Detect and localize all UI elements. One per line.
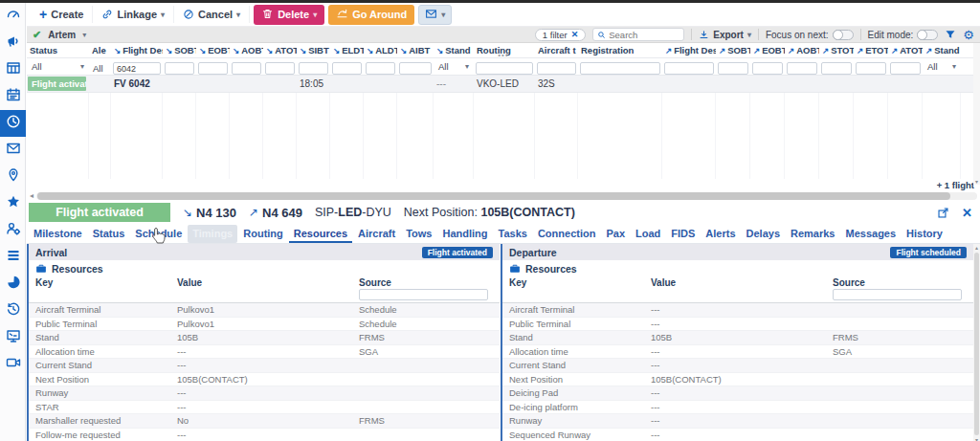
filter-input[interactable]: [537, 62, 576, 75]
column-header-stand-dep[interactable]: ↗Stand: [923, 45, 961, 55]
tab-remarks[interactable]: Remarks: [786, 225, 839, 243]
source-filter-input[interactable]: [359, 289, 488, 300]
delete-button[interactable]: Delete ▾: [254, 5, 324, 25]
go-around-button[interactable]: Go Around: [328, 5, 414, 25]
filter-select[interactable]: All▾: [29, 61, 87, 72]
column-header-flight-des-dep[interactable]: ↗Flight Des: [662, 45, 716, 55]
scroll-up-icon[interactable]: ▴: [975, 244, 978, 252]
tab-milestone[interactable]: Milestone: [29, 225, 87, 243]
table-horizontal-scrollbar[interactable]: ◂: [27, 190, 980, 201]
filter-input[interactable]: [752, 62, 783, 75]
sidebar-item-list[interactable]: [0, 244, 26, 271]
open-in-window-icon[interactable]: [937, 207, 949, 219]
tab-history[interactable]: History: [902, 225, 947, 243]
sidebar-item-calendar[interactable]: [0, 83, 26, 110]
filter-input[interactable]: [198, 62, 228, 75]
filter-input[interactable]: [718, 62, 748, 75]
gear-icon[interactable]: ⚙: [963, 29, 974, 41]
linkage-button[interactable]: Linkage ▾: [93, 6, 174, 23]
scroll-left-icon[interactable]: ◂: [30, 191, 33, 200]
filter-input[interactable]: [787, 62, 817, 75]
column-header-aircraft-t[interactable]: Aircraft t: [535, 45, 578, 55]
filter-select[interactable]: All▾: [435, 61, 472, 72]
tab-tasks[interactable]: Tasks: [494, 225, 532, 243]
tab-messages[interactable]: Messages: [841, 225, 902, 243]
tab-resources[interactable]: Resources: [289, 225, 352, 243]
flight-row[interactable]: Flight activatedFV 604218:05---VKO-LED32…: [27, 76, 980, 93]
edit-mode-toggle[interactable]: [917, 30, 938, 40]
panel-status-badge[interactable]: Flight scheduled: [890, 247, 967, 258]
column-header-sobt-arr[interactable]: ↘SOBT: [163, 45, 196, 55]
tab-load[interactable]: Load: [631, 225, 665, 243]
create-button[interactable]: + Create: [31, 6, 93, 23]
sidebar-item-map-pin[interactable]: [0, 164, 26, 190]
caret-down-icon[interactable]: ▾: [82, 31, 86, 39]
tab-status[interactable]: Status: [88, 225, 130, 243]
filter-input[interactable]: [856, 62, 886, 75]
departure-flight-number[interactable]: ↗ N4 649: [249, 206, 302, 220]
filter-input[interactable]: [580, 62, 660, 75]
tab-handling[interactable]: Handling: [437, 225, 492, 243]
sidebar-item-star[interactable]: [0, 190, 26, 217]
sidebar-item-table[interactable]: [0, 56, 26, 83]
sidebar-item-camera[interactable]: [0, 351, 26, 378]
tab-alerts[interactable]: Alerts: [701, 225, 740, 243]
filter-input[interactable]: [399, 62, 432, 75]
tab-routing[interactable]: Routing: [238, 225, 288, 243]
column-header-aldt-arr[interactable]: ↘ALDT: [364, 45, 397, 55]
focus-on-next-toggle[interactable]: [833, 30, 854, 40]
column-header-flight-des-arr[interactable]: ↘Flight Des: [111, 45, 163, 55]
table-vertical-scrollbar[interactable]: ▾: [973, 43, 980, 185]
panel-resize-grip[interactable]: •••: [498, 51, 508, 59]
column-header-eobt-arr[interactable]: ↘EOBT: [196, 45, 230, 55]
scrollbar-thumb[interactable]: [974, 253, 979, 435]
scroll-down-icon[interactable]: ▾: [975, 436, 978, 441]
messages-dropdown-button[interactable]: ▾: [418, 5, 452, 25]
scrollbar-thumb[interactable]: [37, 192, 949, 200]
tab-pax[interactable]: Pax: [601, 225, 630, 243]
tab-connection[interactable]: Connection: [533, 225, 601, 243]
column-header-stot-dep[interactable]: ↗STOT: [819, 45, 854, 55]
filter-input[interactable]: [890, 62, 921, 75]
filter-input[interactable]: [821, 62, 852, 75]
column-header-eldt-arr[interactable]: ↘ELDT: [330, 45, 364, 55]
export-button[interactable]: Export ▾: [699, 30, 751, 40]
panel-status-badge[interactable]: Flight activated: [422, 247, 493, 258]
filter-input[interactable]: [332, 62, 362, 75]
column-header-eobt-dep[interactable]: ↗EOBT: [750, 45, 785, 55]
filter-input[interactable]: [232, 62, 261, 75]
column-header-sobt-dep[interactable]: ↗SOBT: [716, 45, 750, 55]
active-filter-chip[interactable]: 1 filter ✕: [535, 29, 586, 41]
filter-input[interactable]: [664, 62, 714, 75]
scrollbar-track[interactable]: [36, 192, 977, 200]
sidebar-item-user-settings[interactable]: [0, 217, 26, 244]
column-header-aobt-dep[interactable]: ↗AOBT: [785, 45, 819, 55]
filter-input[interactable]: [476, 62, 533, 75]
filter-funnel-icon[interactable]: [945, 29, 956, 40]
tab-delays[interactable]: Delays: [742, 225, 785, 243]
clear-filter-icon[interactable]: ✕: [571, 30, 579, 39]
scroll-down-icon[interactable]: ▾: [973, 178, 980, 185]
column-header-registration[interactable]: Registration: [578, 45, 662, 55]
filter-input[interactable]: [113, 62, 161, 75]
sidebar-item-pie-chart[interactable]: [0, 271, 26, 298]
column-header-ale[interactable]: Ale: [89, 45, 111, 55]
tab-fids[interactable]: FIDS: [666, 225, 700, 243]
sidebar-item-monitor[interactable]: [0, 324, 26, 351]
sidebar-item-history[interactable]: [0, 298, 26, 324]
column-header-atot-dep[interactable]: ↗ATOT: [888, 45, 923, 55]
filter-input[interactable]: [165, 62, 194, 75]
filter-input[interactable]: [265, 62, 295, 75]
column-header-stand-arr[interactable]: ↘Stand: [434, 45, 474, 55]
tab-aircraft[interactable]: Aircraft: [353, 225, 400, 243]
filter-select[interactable]: All▾: [924, 61, 959, 72]
source-filter-input[interactable]: [833, 289, 962, 300]
detail-vertical-scrollbar[interactable]: ▴ ▾: [973, 244, 980, 441]
saved-view-name[interactable]: Artem: [48, 30, 76, 40]
filter-input[interactable]: [366, 62, 395, 75]
arrival-flight-number[interactable]: ↘ N4 130: [183, 206, 236, 220]
sidebar-item-envelope[interactable]: [0, 137, 26, 164]
cancel-button[interactable]: Cancel ▾: [174, 6, 250, 23]
column-header-aibt-arr[interactable]: ↘AIBT: [397, 45, 434, 55]
tab-schedule[interactable]: Schedule: [130, 225, 187, 243]
